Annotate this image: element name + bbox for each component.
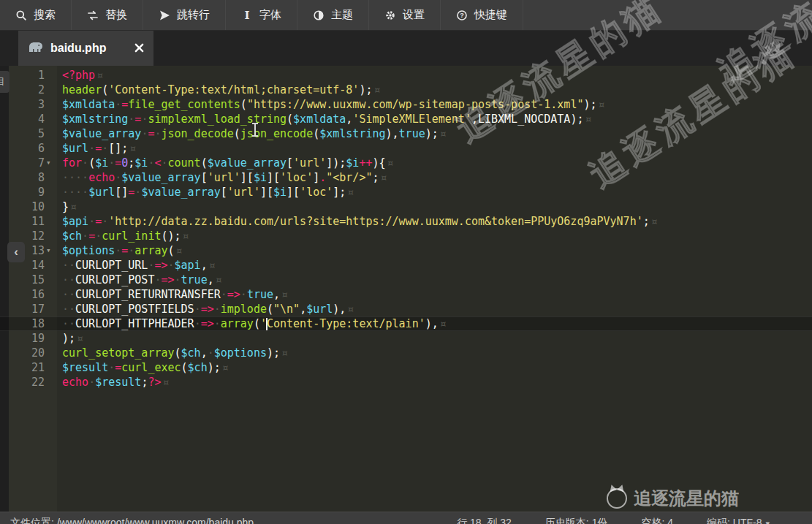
file-path-link[interactable]: /www/wwwroot/www.uuxmw.com/baidu.php <box>57 517 254 524</box>
fold-spacer <box>45 331 57 346</box>
code-line[interactable]: 2header('Content-Type:text/html;charset=… <box>0 83 812 97</box>
line-number[interactable]: 12 <box>0 229 57 243</box>
line-number[interactable]: 18 <box>0 316 57 331</box>
code-line[interactable]: 14··CURLOPT_URL·=>·$api,¤ <box>0 258 812 273</box>
fold-spacer <box>45 375 57 390</box>
settings-button[interactable]: 设置 <box>369 0 441 30</box>
code-line[interactable]: 3$xmldata·=file_get_contents("https://ww… <box>0 97 812 112</box>
shortcuts-label: 快捷键 <box>474 8 507 22</box>
code-text[interactable]: header('Content-Type:text/html;charset=u… <box>57 83 380 97</box>
bt-panel-code-editor: { "toolbar": { "items": [ {"label": "搜索"… <box>0 0 812 524</box>
fold-spacer <box>45 302 57 316</box>
code-line[interactable]: 22echo·$result;?>¤ <box>0 375 812 390</box>
tab-baidu-php[interactable]: baidu.php <box>18 30 153 66</box>
goto-line-icon <box>159 10 170 21</box>
code-text[interactable]: ····$url[]=·$value_array['url'][$i]['loc… <box>57 185 354 200</box>
theme-button[interactable]: 主题 <box>297 0 369 30</box>
tab-title: baidu.php <box>50 42 106 55</box>
code-line[interactable]: 16··CURLOPT_RETURNTRANSFER·=>·true,¤ <box>0 287 812 302</box>
indent-spaces[interactable]: 空格: 4 <box>641 517 673 524</box>
code-line[interactable]: 19);¤ <box>0 331 812 346</box>
sidebar-collapse-button[interactable]: ‹ <box>7 242 25 262</box>
tab-close-icon[interactable] <box>134 43 144 53</box>
code-text[interactable]: $ch·=·curl_init();¤ <box>57 229 189 243</box>
code-text[interactable]: $options·=·array(¤ <box>57 243 183 258</box>
replace-button[interactable]: 替换 <box>72 0 143 30</box>
code-line[interactable]: 10}¤ <box>0 200 812 214</box>
code-text[interactable]: );¤ <box>57 331 83 346</box>
code-line[interactable]: 8····echo·$value_array['url'][$i]['loc']… <box>0 170 812 185</box>
code-line[interactable]: 15··CURLOPT_POST·=>·true,¤ <box>0 273 812 287</box>
goto-line-button[interactable]: 跳转行 <box>143 0 226 30</box>
code-text[interactable]: ··CURLOPT_RETURNTRANSFER·=>·true,¤ <box>57 287 288 302</box>
line-number[interactable]: 19 <box>0 331 57 346</box>
code-line[interactable]: 18··CURLOPT_HTTPHEADER·=>·array('Content… <box>0 316 812 331</box>
code-line[interactable]: 9····$url[]=·$value_array['url'][$i]['lo… <box>0 185 812 200</box>
fold-arrow-icon[interactable]: ▾ <box>45 156 57 170</box>
line-number[interactable]: 17 <box>0 302 57 316</box>
code-editor[interactable]: 1<?php¤2header('Content-Type:text/html;c… <box>0 66 812 512</box>
font-button[interactable]: I 字体 <box>226 0 297 30</box>
code-text[interactable]: $xmlstring·=·simplexml_load_string($xmld… <box>57 112 592 126</box>
history-versions[interactable]: 历史版本: 1份 <box>545 517 608 524</box>
code-line[interactable]: 17··CURLOPT_POSTFIELDS·=>·implode("\n",$… <box>0 302 812 316</box>
code-text[interactable]: ··CURLOPT_HTTPHEADER·=>·array('Content-T… <box>57 316 447 331</box>
fold-spacer <box>45 360 57 375</box>
line-number[interactable]: 8 <box>0 170 57 185</box>
line-number[interactable]: 4 <box>0 112 57 126</box>
replace-icon <box>87 10 99 21</box>
code-text[interactable]: curl_setopt_array($ch,·$options);¤ <box>57 346 288 360</box>
line-number[interactable]: 20 <box>0 346 57 360</box>
settings-label: 设置 <box>403 8 425 22</box>
fold-spacer <box>45 170 57 185</box>
tab-bar: baidu.php <box>0 30 812 66</box>
line-number[interactable]: 3 <box>0 97 57 112</box>
line-number[interactable]: 15 <box>0 273 57 287</box>
line-number[interactable]: 7▾ <box>0 156 57 170</box>
code-text[interactable]: echo·$result;?>¤ <box>57 375 170 390</box>
code-text[interactable]: <?php¤ <box>57 68 103 83</box>
code-text[interactable]: ····echo·$value_array['url'][$i]['loc'].… <box>57 170 387 185</box>
line-number[interactable]: 10 <box>0 200 57 214</box>
code-line[interactable]: 21$result·=curl_exec($ch);¤ <box>0 360 812 375</box>
code-line[interactable]: 4$xmlstring·=·simplexml_load_string($xml… <box>0 112 812 126</box>
code-text[interactable]: $api·=·'http://data.zz.baidu.com/urls?si… <box>57 214 658 229</box>
shortcuts-button[interactable]: ? 快捷键 <box>441 0 523 30</box>
code-line[interactable]: 13▾$options·=·array(¤ <box>0 243 812 258</box>
encoding-select[interactable]: 编码: UTF-8 ▾ <box>707 517 770 524</box>
code-line[interactable]: 11$api·=·'http://data.zz.baidu.com/urls?… <box>0 214 812 229</box>
line-number[interactable]: 22 <box>0 375 57 390</box>
fold-spacer <box>45 214 57 229</box>
code-text[interactable]: $url·=·[];¤ <box>57 141 136 156</box>
toolbar: 搜索 替换 跳转行 I 字体 主题 <box>0 0 812 31</box>
line-number[interactable]: 6 <box>0 141 57 156</box>
code-text[interactable]: $value_array·=·json_decode(json_encode($… <box>57 126 447 141</box>
code-line[interactable]: 5$value_array·=·json_decode(json_encode(… <box>0 126 812 141</box>
search-button[interactable]: 搜索 <box>0 0 72 30</box>
code-line[interactable]: 12$ch·=·curl_init();¤ <box>0 229 812 243</box>
sidebar-collapsed-tab[interactable]: 目 <box>0 71 10 93</box>
code-text[interactable]: $xmldata·=file_get_contents("https://www… <box>57 97 605 112</box>
line-number[interactable]: 21 <box>0 360 57 375</box>
line-number[interactable]: 5 <box>0 126 57 141</box>
code-line[interactable]: 20curl_setopt_array($ch,·$options);¤ <box>0 346 812 360</box>
code-text[interactable]: ··CURLOPT_URL·=>·$api,¤ <box>57 258 216 273</box>
line-number[interactable]: 9 <box>0 185 57 200</box>
code-text[interactable]: }¤ <box>57 200 77 214</box>
code-text[interactable]: ··CURLOPT_POSTFIELDS·=>·implode("\n",$ur… <box>57 302 354 316</box>
code-line[interactable]: 6$url·=·[];¤ <box>0 141 812 156</box>
line-number[interactable]: 11 <box>0 214 57 229</box>
code-line[interactable]: 7▾for·($i·=0;$i·<·count($value_array['ur… <box>0 156 812 170</box>
fold-spacer <box>45 346 57 360</box>
search-label: 搜索 <box>34 8 56 22</box>
code-line[interactable]: 1<?php¤ <box>0 68 812 83</box>
fold-arrow-icon[interactable]: ▾ <box>45 243 57 258</box>
code-text[interactable]: ··CURLOPT_POST·=>·true,¤ <box>57 273 222 287</box>
fold-spacer <box>45 141 57 156</box>
code-text[interactable]: for·($i·=0;$i·<·count($value_array['url'… <box>57 156 394 170</box>
fold-spacer <box>45 200 57 214</box>
theme-label: 主题 <box>331 8 353 22</box>
line-number[interactable]: 16 <box>0 287 57 302</box>
theme-icon <box>313 10 325 21</box>
code-text[interactable]: $result·=curl_exec($ch);¤ <box>57 360 229 375</box>
